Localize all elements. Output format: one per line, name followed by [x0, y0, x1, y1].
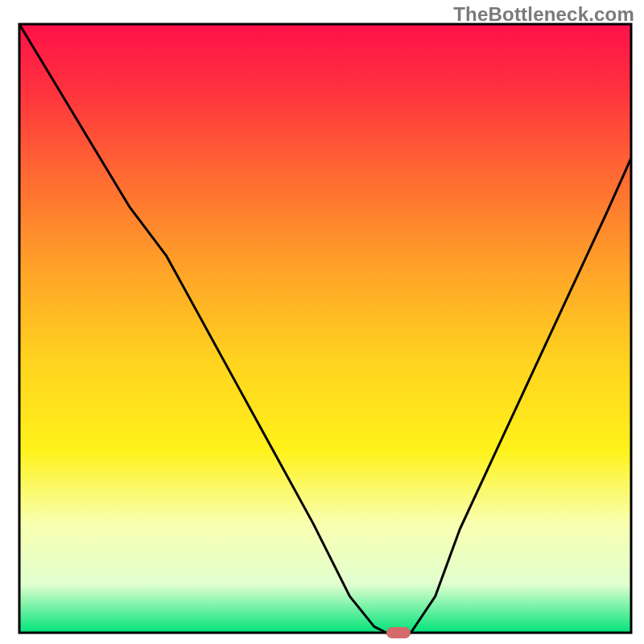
bottleneck-chart	[0, 0, 644, 644]
chart-stage: TheBottleneck.com	[0, 0, 644, 644]
optimum-marker	[386, 627, 411, 638]
gradient-background	[19, 24, 631, 633]
